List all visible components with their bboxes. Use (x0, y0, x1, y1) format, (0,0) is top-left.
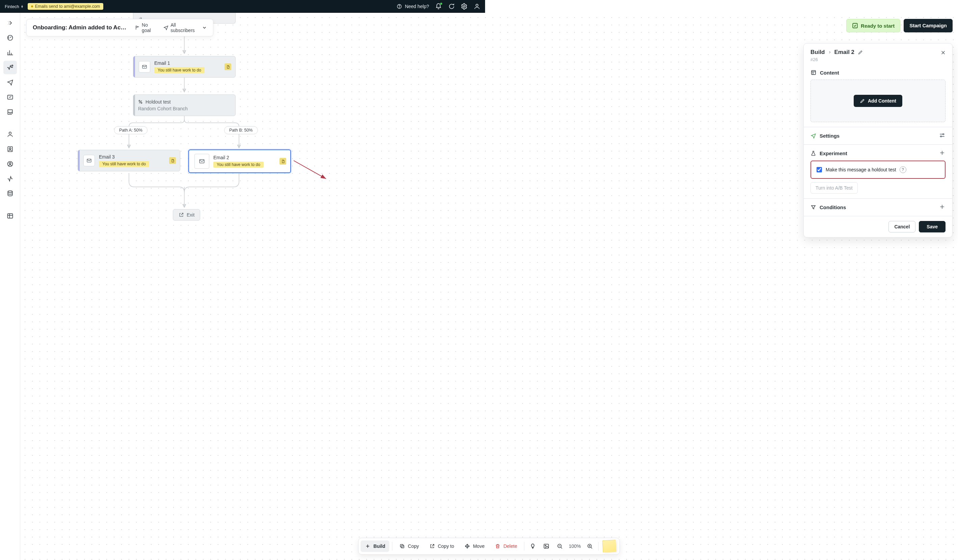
sidebar-item-activity[interactable] (3, 172, 17, 185)
path-a-label: Path A: 50% (119, 128, 143, 133)
help-label: Need help? (405, 4, 429, 9)
holdout-title: Holdout test (146, 99, 171, 104)
node-accent-bar (78, 150, 80, 171)
sidebar-item-inbox[interactable] (3, 105, 17, 119)
sidebar-item-data[interactable] (3, 187, 17, 200)
status-dot-icon (31, 5, 33, 8)
send-icon (163, 25, 168, 30)
path-a-pill[interactable]: Path A: 50% (114, 126, 148, 134)
envelope-icon (194, 154, 209, 169)
node-accent-bar (133, 95, 135, 116)
node-email-3[interactable]: Email 3 You still have work to do (78, 150, 180, 171)
notification-bell-icon[interactable] (435, 3, 442, 10)
node-holdout-test[interactable]: Holdout test Random Cohort Branch (133, 95, 236, 116)
svg-point-7 (9, 132, 11, 134)
envelope-icon (83, 155, 95, 166)
audience-chip[interactable]: All subscribers (163, 22, 207, 33)
audience-label: All subscribers (170, 22, 200, 33)
topbar-right: Need help? (396, 3, 481, 10)
svg-point-5 (11, 65, 13, 66)
draft-badge-icon (279, 158, 286, 165)
workflow-canvas[interactable]: Email 1 You still have work to do Holdou… (20, 13, 485, 280)
svg-rect-13 (8, 214, 13, 218)
svg-point-3 (476, 4, 478, 6)
exit-label: Exit (187, 212, 194, 218)
node-title: Email 3 (99, 154, 115, 160)
node-email-1[interactable]: Email 1 You still have work to do (133, 56, 236, 78)
sidebar-item-library[interactable] (3, 209, 17, 223)
campaign-title: Onboarding: Admin added to Acco… (33, 24, 128, 31)
goal-chip[interactable]: No goal (135, 22, 157, 33)
chat-icon[interactable] (448, 3, 455, 10)
sidebar-item-dashboard[interactable] (3, 31, 17, 44)
sidebar-item-inapp[interactable] (3, 90, 17, 104)
context-tag[interactable]: Emails send to ami@example.com (28, 3, 104, 10)
svg-point-18 (139, 100, 140, 101)
node-accent-bar (133, 56, 135, 77)
todo-pill: You still have work to do (154, 67, 205, 73)
sidebar (0, 13, 20, 280)
user-icon[interactable] (474, 3, 481, 10)
sidebar-collapse-button[interactable] (3, 16, 17, 30)
workspace-picker[interactable]: Fintech ▴▾ (5, 4, 23, 9)
help-link[interactable]: Need help? (396, 3, 429, 10)
svg-point-19 (141, 102, 142, 104)
chevron-down-icon (202, 25, 207, 30)
external-link-icon (179, 212, 184, 218)
todo-pill: You still have work to do (99, 161, 149, 167)
draft-badge-icon (169, 157, 176, 164)
notification-dot-icon (440, 2, 443, 5)
todo-pill: You still have work to do (213, 161, 263, 168)
sidebar-item-campaigns[interactable] (3, 61, 17, 74)
path-b-pill[interactable]: Path B: 50% (224, 126, 258, 134)
sidebar-item-analytics[interactable] (3, 46, 17, 59)
draft-badge-icon (224, 63, 231, 70)
campaign-header-card: Onboarding: Admin added to Acco… No goal… (26, 19, 213, 36)
holdout-subtitle: Random Cohort Branch (138, 106, 188, 111)
context-tag-label: Emails send to ami@example.com (35, 4, 100, 9)
percent-icon (138, 100, 143, 104)
topbar: Fintech ▴▾ Emails send to ami@example.co… (0, 0, 485, 13)
sidebar-item-people[interactable] (3, 128, 17, 141)
canvas-dot-grid (20, 13, 485, 280)
svg-point-2 (463, 6, 465, 8)
node-title: Email 1 (154, 60, 170, 66)
envelope-icon (139, 61, 150, 73)
workspace-name: Fintech (5, 4, 19, 9)
updown-chevrons-icon: ▴▾ (21, 5, 23, 8)
path-b-label: Path B: 50% (229, 128, 253, 133)
node-email-2[interactable]: Email 2 You still have work to do (188, 149, 291, 173)
gear-icon[interactable] (461, 3, 468, 10)
sidebar-item-contacts[interactable] (3, 142, 17, 156)
goal-label: No goal (142, 22, 157, 33)
node-title: Email 2 (213, 155, 229, 160)
svg-point-11 (9, 163, 11, 164)
sidebar-item-segments[interactable] (3, 157, 17, 171)
svg-point-9 (9, 148, 11, 149)
sidebar-item-broadcasts[interactable] (3, 76, 17, 89)
help-icon (396, 3, 403, 10)
svg-point-12 (8, 191, 12, 193)
flag-icon (135, 25, 140, 30)
node-exit[interactable]: Exit (173, 209, 200, 221)
